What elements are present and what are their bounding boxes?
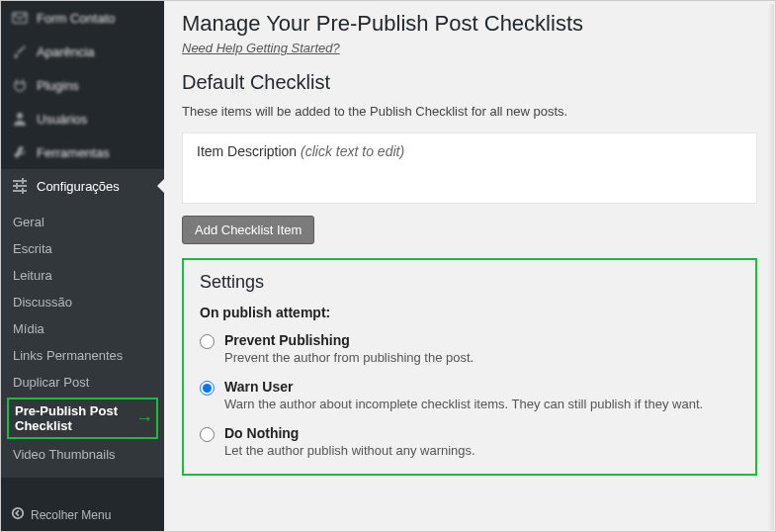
mail-icon [11,9,29,27]
section-title: Default Checklist [182,71,757,94]
settings-title: Settings [200,272,739,293]
radio-desc: Prevent the author from publishing the p… [224,350,474,365]
main-content: Manage Your Pre-Publish Post Checklists … [164,1,775,531]
settings-subtitle: On publish attempt: [200,305,739,320]
plug-icon [11,76,29,94]
sidebar-subitem[interactable]: Mídia [1,315,164,342]
sidebar-subitem[interactable]: Geral [1,209,164,235]
svg-rect-6 [16,183,18,189]
sidebar-item-blurred[interactable]: Usuários [1,102,164,135]
radio-option: Warn UserWarn the author about incomplet… [200,379,739,411]
sidebar-subitem[interactable]: Leitura [1,262,164,289]
tool-icon [11,143,29,161]
page-title: Manage Your Pre-Publish Post Checklists [182,11,757,37]
user-icon [11,110,29,128]
radio-desc: Warn the author about incomplete checkli… [224,397,703,411]
radio-input-2[interactable] [200,427,215,442]
sidebar-subitem[interactable]: Discussão [1,289,164,315]
brush-icon [11,43,29,60]
collapse-menu[interactable]: Recolher Menu [1,498,164,531]
settings-panel: Settings On publish attempt: Prevent Pub… [182,258,757,476]
sliders-icon [11,177,29,195]
svg-rect-3 [13,185,27,187]
radio-label: Prevent Publishing [224,332,474,348]
sidebar-item-blurred[interactable]: Form Contato [1,1,164,35]
sidebar-subitem[interactable]: Video Thumbnails [1,441,164,468]
chevron-left-icon [11,506,25,523]
sidebar-subitem-prepublish[interactable]: Pre-Publish Post Checklist → [7,398,158,439]
radio-option: Prevent PublishingPrevent the author fro… [200,332,739,365]
radio-option: Do NothingLet the author publish without… [200,425,739,458]
add-checklist-item-button[interactable]: Add Checklist Item [182,216,314,244]
sidebar-item-blurred[interactable]: Aparência [1,35,164,68]
checklist-item-box[interactable]: Item Description (click text to edit) [182,133,757,204]
svg-rect-2 [13,180,27,182]
svg-rect-7 [22,188,24,194]
sidebar-item-configuracoes[interactable]: Configurações [1,169,164,203]
help-link[interactable]: Need Help Getting Started? [182,41,340,55]
sidebar-subitem[interactable]: Links Permanentes [1,342,164,369]
sidebar-label-configuracoes: Configurações [37,179,120,194]
item-description-label: Item Description [197,143,297,159]
section-desc: These items will be added to the Publish… [182,104,757,119]
sidebar-subitem[interactable]: Duplicar Post [1,369,164,396]
radio-input-0[interactable] [200,334,215,349]
arrow-right-icon: → [135,408,153,429]
svg-point-8 [13,508,24,519]
sidebar-item-blurred[interactable]: Plugins [1,68,164,102]
sidebar-item-blurred[interactable]: Ferramentas [1,135,164,169]
sidebar-subitem[interactable]: Escrita [1,235,164,262]
svg-rect-4 [13,190,27,192]
admin-sidebar: Form ContatoAparênciaPluginsUsuáriosFerr… [1,1,164,531]
sidebar-submenu: GeralEscritaLeituraDiscussãoMídiaLinks P… [1,203,164,478]
radio-label: Do Nothing [224,425,475,441]
svg-rect-5 [22,178,24,184]
item-description-hint: (click text to edit) [301,143,404,159]
radio-desc: Let the author publish without any warni… [224,443,475,458]
radio-input-1[interactable] [200,381,215,396]
radio-label: Warn User [224,379,703,395]
svg-rect-0 [13,13,27,23]
svg-point-1 [17,113,23,119]
